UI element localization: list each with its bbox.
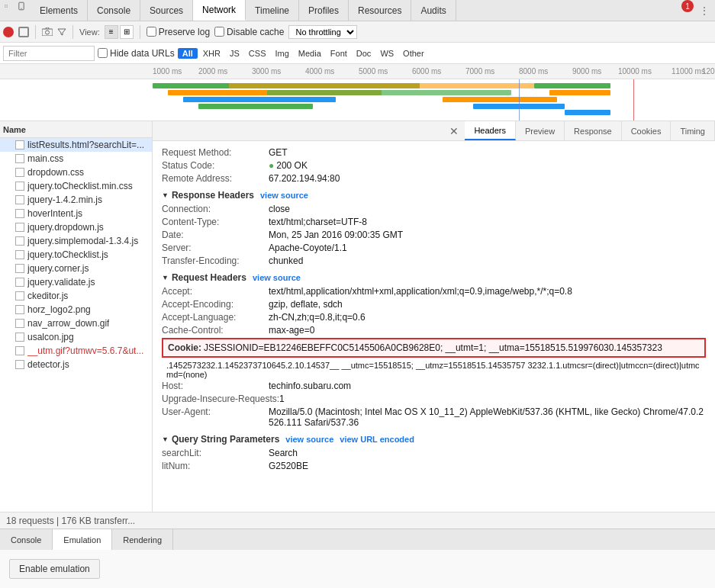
detail-tab-bar: ✕ Headers Preview Response Cookies Timin… — [153, 121, 715, 141]
more-menu-button[interactable]: ⋮ — [694, 0, 715, 21]
response-date-key: Date: — [162, 230, 269, 240]
file-list-header: Name — [0, 121, 152, 138]
request-headers-section[interactable]: ▼ Request Headers view source — [162, 272, 706, 283]
bottom-tab-rendering[interactable]: Rendering — [112, 529, 173, 550]
view-label: View: — [79, 27, 100, 37]
file-item-14[interactable]: usalcon.jpg — [0, 330, 152, 344]
tab-resources[interactable]: Resources — [349, 0, 411, 21]
file-item-10[interactable]: jquery.validate.js — [0, 275, 152, 289]
file-item-5[interactable]: hoverIntent.js — [0, 207, 152, 220]
file-name-0: listResults.html?searchLit=... — [27, 140, 144, 150]
file-item-0[interactable]: listResults.html?searchLit=... — [0, 138, 152, 152]
tab-network[interactable]: Network — [193, 0, 246, 21]
preserve-log-label[interactable]: Preserve log — [147, 27, 210, 37]
main-content: Name listResults.html?searchLit=... main… — [0, 121, 715, 512]
query-params-source-link[interactable]: view source — [285, 435, 333, 444]
bottom-tab-console[interactable]: Console — [0, 529, 53, 550]
file-name-4: jquery-1.4.2.min.js — [27, 194, 102, 205]
file-item-1[interactable]: main.css — [0, 152, 152, 165]
cookie-value: JSESSIONID=EB12246EBEFFC0C5145506A0CB962… — [204, 342, 662, 353]
tab-console[interactable]: Console — [88, 0, 140, 21]
green-dot: ● — [269, 160, 274, 171]
filter-xhr-button[interactable]: XHR — [199, 48, 224, 59]
timeline-header: 1000 ms 2000 ms 3000 ms 4000 ms 5000 ms … — [0, 64, 715, 79]
file-icon-1 — [15, 154, 24, 163]
filter-media-button[interactable]: Media — [295, 48, 325, 59]
remote-address-key: Remote Address: — [162, 173, 269, 184]
response-content-type-value: text/html;charset=UTF-8 — [269, 217, 367, 227]
grid-view-button[interactable]: ⊞ — [120, 25, 134, 39]
detail-tab-response[interactable]: Response — [565, 121, 622, 140]
detail-tab-timing[interactable]: Timing — [671, 121, 715, 140]
file-name-16: detector.js — [27, 359, 69, 370]
response-headers-link[interactable]: view source — [260, 191, 308, 200]
disable-cache-label[interactable]: Disable cache — [214, 27, 284, 37]
request-header-user-agent: User-Agent: Mozilla/5.0 (Macintosh; Inte… — [162, 406, 706, 428]
file-item-9[interactable]: jquery.corner.js — [0, 262, 152, 275]
tab-profiles[interactable]: Profiles — [299, 0, 349, 21]
filter-all-button[interactable]: All — [178, 48, 198, 59]
remote-address-value: 67.202.194.94:80 — [269, 173, 340, 184]
tl-label-1: 1000 ms — [153, 67, 182, 76]
detail-close-button[interactable]: ✕ — [443, 121, 465, 140]
filter-js-button[interactable]: JS — [226, 48, 243, 59]
list-view-button[interactable]: ≡ — [105, 25, 118, 39]
filter-font-button[interactable]: Font — [327, 48, 351, 59]
query-params-encoded-link[interactable]: view URL encoded — [340, 435, 414, 444]
tl-label-5: 5000 ms — [359, 67, 388, 76]
throttle-select[interactable]: No throttling — [288, 25, 357, 39]
query-litnum-key: litNum: — [162, 461, 269, 471]
devtools-tab-bar: Elements Console Sources Network Timelin… — [0, 0, 715, 21]
tl-label-7: 7000 ms — [465, 67, 494, 76]
tab-sources[interactable]: Sources — [140, 0, 193, 21]
record-button[interactable] — [3, 27, 14, 37]
tl-label-8: 8000 ms — [519, 67, 548, 76]
disable-cache-checkbox[interactable] — [214, 27, 224, 37]
tab-audits[interactable]: Audits — [411, 0, 456, 21]
response-date-value: Mon, 25 Jan 2016 09:00:35 GMT — [269, 230, 403, 240]
detail-content: Request Method: GET Status Code: ●200 OK… — [153, 141, 715, 512]
stop-button[interactable] — [18, 27, 29, 37]
filter-img-button[interactable]: Img — [271, 48, 292, 59]
bottom-tab-emulation[interactable]: Emulation — [53, 529, 112, 550]
query-params-section[interactable]: ▼ Query String Parameters view source vi… — [162, 434, 706, 445]
file-item-12[interactable]: horz_logo2.png — [0, 303, 152, 316]
file-item-15[interactable]: __utm.gif?utmwv=5.6.7&ut... — [0, 344, 152, 358]
request-headers-link[interactable]: view source — [253, 273, 301, 282]
file-item-2[interactable]: dropdown.css — [0, 165, 152, 179]
detail-tab-preview[interactable]: Preview — [516, 121, 565, 140]
response-headers-section[interactable]: ▼ Response Headers view source — [162, 190, 706, 201]
svg-rect-3 — [42, 29, 53, 36]
file-item-3[interactable]: jquery.toChecklist.min.css — [0, 179, 152, 193]
file-item-11[interactable]: ckeditor.js — [0, 289, 152, 303]
tl-label-11: 11000 ms — [672, 67, 705, 76]
hide-data-urls-checkbox[interactable] — [98, 48, 108, 58]
filter-doc-button[interactable]: Doc — [353, 48, 375, 59]
response-header-transfer: Transfer-Encoding: chunked — [162, 255, 706, 266]
file-item-6[interactable]: jquery.dropdown.js — [0, 220, 152, 234]
tab-elements[interactable]: Elements — [31, 0, 88, 21]
file-item-4[interactable]: jquery-1.4.2.min.js — [0, 193, 152, 207]
query-search-value: Search — [269, 448, 298, 458]
filter-input[interactable] — [3, 46, 95, 61]
file-item-13[interactable]: nav_arrow_down.gif — [0, 316, 152, 330]
response-transfer-key: Transfer-Encoding: — [162, 255, 269, 266]
file-item-7[interactable]: jquery.simplemodal-1.3.4.js — [0, 234, 152, 248]
tab-timeline[interactable]: Timeline — [246, 0, 299, 21]
file-item-16[interactable]: detector.js — [0, 358, 152, 371]
request-header-accept-language: Accept-Language: zh-CN,zh;q=0.8,it;q=0.6 — [162, 312, 706, 323]
bottom-tab-bar: Console Emulation Rendering — [0, 529, 715, 550]
file-name-11: ckeditor.js — [27, 291, 68, 301]
hide-data-urls-label[interactable]: Hide data URLs — [98, 48, 175, 59]
filter-ws-button[interactable]: WS — [376, 48, 398, 59]
detail-tab-cookies[interactable]: Cookies — [622, 121, 672, 140]
detail-tab-headers[interactable]: Headers — [465, 121, 516, 140]
response-content-type-key: Content-Type: — [162, 217, 269, 227]
filter-other-button[interactable]: Other — [399, 48, 428, 59]
preserve-log-checkbox[interactable] — [147, 27, 156, 37]
file-name-12: horz_logo2.png — [27, 304, 91, 315]
filter-css-button[interactable]: CSS — [245, 48, 270, 59]
error-badge: 1 — [681, 0, 694, 12]
enable-emulation-button[interactable]: Enable emulation — [9, 559, 100, 579]
file-item-8[interactable]: jquery.toChecklist.js — [0, 248, 152, 262]
